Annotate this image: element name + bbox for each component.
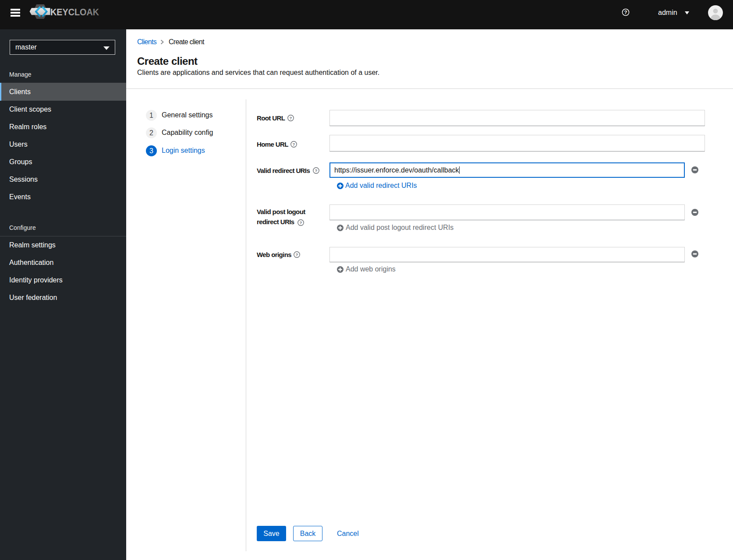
svg-text:?: ? — [293, 142, 295, 147]
svg-text:?: ? — [624, 10, 627, 15]
svg-text:?: ? — [315, 168, 318, 173]
svg-text:?: ? — [300, 220, 302, 225]
svg-text:?: ? — [290, 116, 292, 120]
svg-text:?: ? — [296, 252, 298, 257]
svg-text:KEYCLOAK: KEYCLOAK — [50, 7, 99, 18]
